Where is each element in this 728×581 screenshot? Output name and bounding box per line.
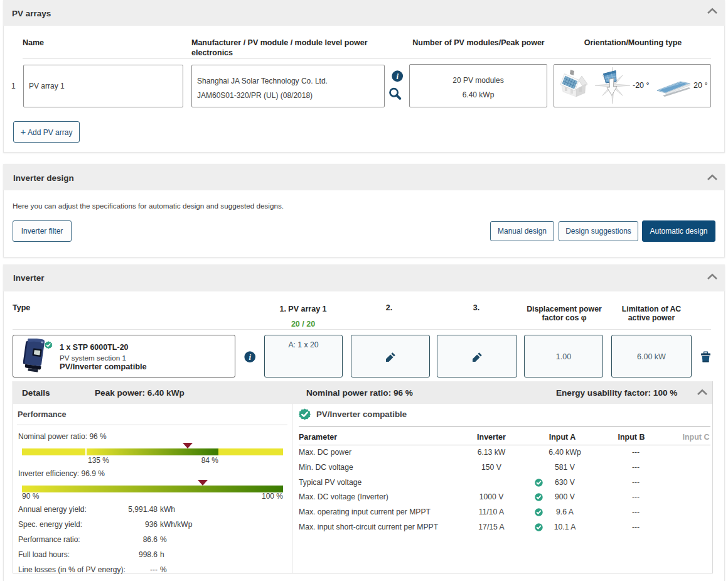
svg-text:i: i <box>249 352 251 361</box>
svg-text:i: i <box>396 72 399 80</box>
